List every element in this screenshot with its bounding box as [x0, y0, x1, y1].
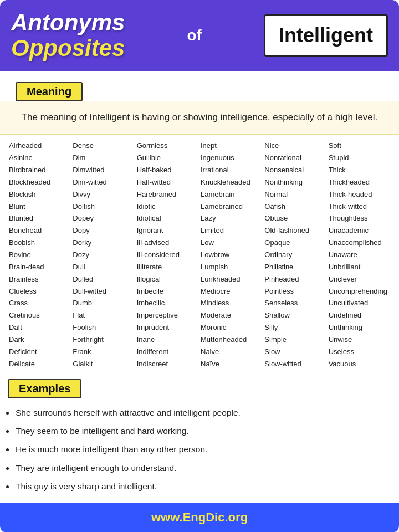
header: Antonyms Opposites of Intelligent [0, 0, 399, 71]
word-item: Half-baked [137, 165, 198, 177]
word-item: Vacuous [329, 358, 390, 370]
word-item: Birdbrained [9, 165, 70, 177]
word-item: Pinheaded [264, 273, 326, 285]
footer: www.EngDic.org [0, 503, 399, 532]
word-item: Harebrained [137, 188, 198, 201]
example-item: He is much more intelligent than any oth… [16, 439, 388, 458]
word-item: Mindless [201, 298, 262, 310]
word-item: Nonsensical [264, 165, 326, 177]
word-item: Simple [264, 334, 326, 346]
word-item: Ill-considered [137, 249, 198, 261]
word-col-3: GormlessGullibleHalf-bakedHalf-wittedHar… [136, 140, 200, 370]
word-item: Dopey [73, 213, 134, 225]
word-item: Old-fashioned [264, 225, 326, 237]
word-item: Lamebrained [201, 201, 262, 213]
meaning-label-wrap: Meaning [0, 71, 399, 101]
word-item: Muttonheaded [201, 334, 262, 346]
word-item: Bonehead [9, 225, 70, 237]
word-item: Frank [73, 346, 134, 358]
word-item: Clueless [9, 285, 70, 298]
word-item: Dumb [73, 298, 134, 310]
word-item: Deficient [9, 346, 70, 358]
word-item: Imbecile [137, 285, 198, 298]
header-of: of [187, 27, 201, 44]
word-item: Dark [9, 334, 70, 346]
header-left: Antonyms Opposites [11, 10, 125, 61]
word-item: Dense [73, 140, 134, 152]
examples-label: Examples [8, 379, 81, 398]
word-item: Thick-witted [329, 201, 390, 213]
word-item: Brain-dead [9, 261, 70, 273]
meaning-text: The meaning of Intelligent is having or … [11, 106, 388, 126]
word-item: Cretinous [9, 310, 70, 322]
word-item: Dimwitted [73, 165, 134, 177]
word-col-5: NiceNonrationalNonsensicalNonthinkingNor… [263, 140, 327, 370]
word-item: Nonrational [264, 152, 326, 165]
word-item: Naive [201, 346, 262, 358]
word-item: Imperceptive [137, 310, 198, 322]
word-item: Blunted [9, 213, 70, 225]
word-item: Soft [329, 140, 390, 152]
word-item: Ignorant [137, 225, 198, 237]
word-item: Brainless [9, 273, 70, 285]
word-item: Dopy [73, 225, 134, 237]
word-item: Undefined [329, 310, 390, 322]
word-item: Idiotic [137, 201, 198, 213]
word-item: Imprudent [137, 322, 198, 334]
word-item: Unaccomplished [329, 237, 390, 249]
word-item: Idiotical [137, 213, 198, 225]
word-item: Lumpish [201, 261, 262, 273]
word-item: Uncomprehending [329, 285, 390, 298]
word-item: Unclever [329, 273, 390, 285]
word-col-2: DenseDimDimwittedDim-wittedDivvyDoltishD… [71, 140, 135, 370]
word-item: Thoughtless [329, 213, 390, 225]
word-item: Lamebrain [201, 188, 262, 201]
word-item: Thick [329, 165, 390, 177]
examples-section: She surrounds herself with attractive an… [0, 398, 399, 503]
word-item: Lazy [201, 213, 262, 225]
word-item: Illogical [137, 273, 198, 285]
word-col-6: SoftStupidThickThickheadedThick-headedTh… [328, 140, 391, 370]
word-col-4: IneptIngenuousIrrationalKnuckleheadedLam… [200, 140, 263, 370]
footer-plain: www. [151, 510, 183, 524]
word-item: Limited [201, 225, 262, 237]
word-list-section: AirheadedAsinineBirdbrainedBlockheadedBl… [0, 135, 399, 372]
word-item: Indiscreet [137, 358, 198, 370]
word-item: Dozy [73, 249, 134, 261]
word-item: Low [201, 237, 262, 249]
word-item: Slow-witted [264, 358, 326, 370]
word-item: Knuckleheaded [201, 176, 262, 188]
word-item: Slow [264, 346, 326, 358]
word-item: Oafish [264, 201, 326, 213]
word-item: Philistine [264, 261, 326, 273]
word-item: Ordinary [264, 249, 326, 261]
meaning-section: The meaning of Intelligent is having or … [0, 101, 399, 135]
word-item: Nice [264, 140, 326, 152]
word-item: Asinine [9, 152, 70, 165]
word-item: Unwise [329, 334, 390, 346]
word-item: Senseless [264, 298, 326, 310]
word-item: Moronic [201, 322, 262, 334]
word-item: Indifferent [137, 346, 198, 358]
word-item: Blockheaded [9, 176, 70, 188]
opposites-title: Opposites [11, 35, 125, 61]
word-item: Irrational [201, 165, 262, 177]
footer-text: www.EngDic.org [151, 510, 248, 524]
word-item: Unaware [329, 249, 390, 261]
word-item: Delicate [9, 358, 70, 370]
meaning-label: Meaning [16, 82, 83, 101]
word-item: Bovine [9, 249, 70, 261]
example-item: They seem to be intelligent and hard wor… [16, 421, 388, 439]
word-item: Unthinking [329, 322, 390, 334]
examples-label-wrap: Examples [0, 372, 399, 398]
word-item: Ingenuous [201, 152, 262, 165]
word-item: Useless [329, 346, 390, 358]
word-item: Stupid [329, 152, 390, 165]
word-item: Dull-witted [73, 285, 134, 298]
footer-end: .org [224, 510, 248, 524]
main-word: Intelligent [264, 14, 388, 57]
word-item: Opaque [264, 237, 326, 249]
word-item: Glaikit [73, 358, 134, 370]
word-item: Boobish [9, 237, 70, 249]
word-item: Daft [9, 322, 70, 334]
